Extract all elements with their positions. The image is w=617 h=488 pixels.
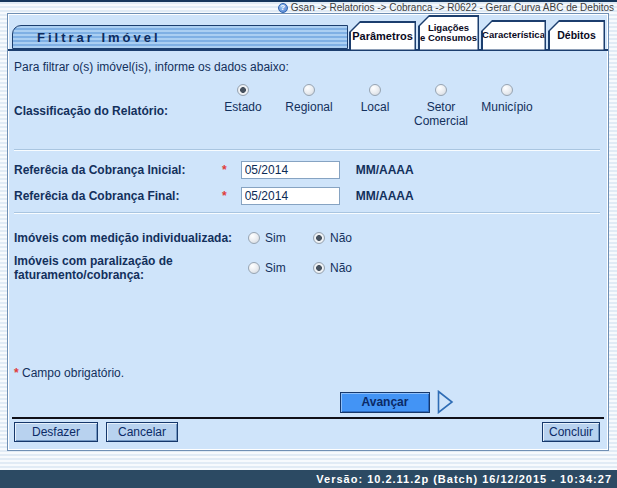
tab-debitos[interactable]: Débitos	[548, 20, 605, 51]
metering-sim-label: Sim	[265, 231, 286, 245]
classification-option-local: Local	[342, 84, 408, 128]
reference-initial-row: Referêcia da Cobrança Inicial: * MM/AAAA	[14, 159, 600, 181]
page-title-label: Filtrar Imóvel	[37, 30, 161, 45]
tab-parametros[interactable]: Parâmetros	[349, 21, 416, 51]
regional-radio[interactable]	[303, 84, 315, 96]
classification-option-regional: Regional	[276, 84, 342, 128]
filter-panel: Filtrar Imóvel Parâmetros Ligações e Con…	[7, 13, 609, 451]
reference-initial-label: Referêcia da Cobrança Inicial:	[14, 163, 236, 177]
stoppage-sim-label: Sim	[265, 261, 286, 275]
version-text: Versão: 10.2.11.2p (Batch) 16/12/2015 - …	[316, 473, 612, 485]
estado-radio-label: Estado	[224, 100, 261, 114]
tab-caracteristica-label: Característica	[482, 30, 545, 40]
action-button-bar: Desfazer Cancelar Concluir	[14, 422, 600, 442]
stoppage-sim-radio[interactable]	[248, 262, 260, 274]
help-icon[interactable]: ?	[278, 3, 288, 13]
advance-arrow-icon[interactable]	[437, 390, 454, 414]
required-note-text: Campo obrigatório.	[22, 366, 124, 380]
classification-row: Classificação do Relatório: Estado Regio…	[14, 84, 600, 128]
tab-debitos-label: Débitos	[557, 30, 596, 42]
tab-parametros-label: Parâmetros	[352, 30, 413, 42]
page-title: Filtrar Imóvel	[12, 25, 348, 49]
estado-radio[interactable]	[237, 84, 249, 96]
reference-final-format-hint: MM/AAAA	[356, 189, 414, 203]
metering-sim-radio[interactable]	[248, 232, 260, 244]
classification-option-municipio: Município	[474, 84, 540, 128]
municipio-radio[interactable]	[501, 84, 513, 96]
tab-ligacoes-e-consumos[interactable]: Ligações e Consumos	[418, 15, 479, 51]
separator	[14, 149, 600, 151]
classification-option-setor-comercial: Setor Comercial	[408, 84, 474, 128]
local-radio[interactable]	[369, 84, 381, 96]
cancel-button[interactable]: Cancelar	[106, 422, 178, 442]
classification-label: Classificação do Relatório:	[14, 84, 210, 128]
reference-final-input[interactable]	[241, 187, 340, 205]
required-marker: *	[222, 163, 227, 177]
tab-ligacoes-label-line2: e Consumos	[420, 33, 477, 43]
individual-metering-label: Imóveis com medição individualizada:	[14, 231, 248, 245]
billing-stoppage-row: Imóveis com paralização de faturamento/c…	[14, 254, 600, 282]
reference-initial-input[interactable]	[241, 161, 340, 179]
local-radio-label: Local	[361, 100, 390, 114]
version-footer: Versão: 10.2.11.2p (Batch) 16/12/2015 - …	[0, 470, 617, 488]
intro-text: Para filtrar o(s) imóvel(is), informe os…	[14, 60, 600, 74]
stoppage-nao-radio[interactable]	[313, 262, 325, 274]
stoppage-nao-label: Não	[330, 261, 352, 275]
tab-bar: Parâmetros Ligações e Consumos Caracterí…	[349, 15, 605, 51]
billing-stoppage-option-sim: Sim	[248, 261, 313, 275]
individual-metering-row: Imóveis com medição individualizada: Sim…	[14, 226, 600, 250]
individual-metering-option-sim: Sim	[248, 231, 313, 245]
individual-metering-option-nao: Não	[313, 231, 352, 245]
button-bar-divider	[12, 417, 604, 419]
reference-final-row: Referêcia da Cobrança Final: * MM/AAAA	[14, 185, 600, 207]
setor-comercial-radio[interactable]	[435, 84, 447, 96]
breadcrumb: ? Gsan -> Relatorios -> Cobranca -> R062…	[0, 0, 617, 13]
finish-button[interactable]: Concluir	[542, 422, 600, 442]
required-marker: *	[14, 366, 19, 380]
setor-comercial-radio-label: Setor Comercial	[408, 100, 474, 128]
metering-nao-radio[interactable]	[313, 232, 325, 244]
municipio-radio-label: Município	[481, 100, 532, 114]
panel-header: Filtrar Imóvel Parâmetros Ligações e Con…	[8, 14, 608, 51]
advance-row: Avançar	[14, 390, 600, 414]
tab-caracteristica[interactable]: Característica	[481, 20, 546, 51]
billing-stoppage-label: Imóveis com paralização de faturamento/c…	[14, 254, 248, 282]
required-field-note: * Campo obrigatório.	[14, 366, 600, 380]
reference-initial-format-hint: MM/AAAA	[356, 163, 414, 177]
breadcrumb-text[interactable]: Gsan -> Relatorios -> Cobranca -> R0622 …	[291, 2, 614, 13]
advance-button[interactable]: Avançar	[340, 392, 430, 413]
separator	[14, 212, 600, 214]
classification-option-estado: Estado	[210, 84, 276, 128]
metering-nao-label: Não	[330, 231, 352, 245]
reference-final-label: Referêcia da Cobrança Final:	[14, 189, 236, 203]
undo-button[interactable]: Desfazer	[14, 422, 98, 442]
billing-stoppage-option-nao: Não	[313, 261, 352, 275]
required-marker: *	[222, 189, 227, 203]
regional-radio-label: Regional	[285, 100, 332, 114]
